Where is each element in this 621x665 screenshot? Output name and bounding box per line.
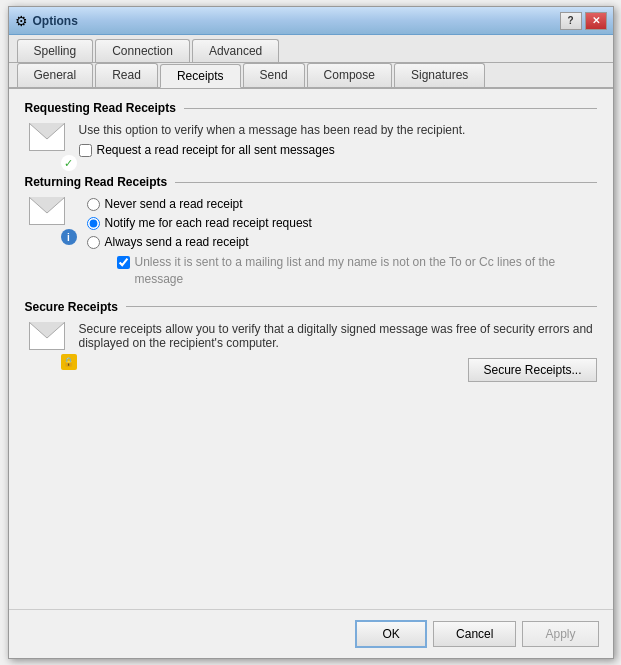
secure-body: 🔒 Secure receipts allow you to verify th…: [25, 322, 597, 382]
tab-send[interactable]: Send: [243, 63, 305, 87]
never-radio-row: Never send a read receipt: [87, 197, 597, 211]
footer: OK Cancel Apply: [9, 609, 613, 658]
notify-label: Notify me for each read receipt request: [105, 216, 312, 230]
secure-icon-container: 🔒: [29, 322, 69, 362]
tab-signatures[interactable]: Signatures: [394, 63, 485, 87]
never-radio[interactable]: [87, 198, 100, 211]
returning-header: Returning Read Receipts: [25, 175, 597, 189]
secure-btn-row: Secure Receipts...: [79, 358, 597, 382]
never-label: Never send a read receipt: [105, 197, 243, 211]
returning-section: Returning Read Receipts i Never send a r…: [25, 175, 597, 288]
read-receipt-checkbox-row: Request a read receipt for all sent mess…: [79, 143, 597, 157]
tab-spelling[interactable]: Spelling: [17, 39, 94, 62]
tab-advanced[interactable]: Advanced: [192, 39, 279, 62]
title-bar-left: ⚙ Options: [15, 13, 78, 29]
close-button[interactable]: ✕: [585, 12, 607, 30]
requesting-icon-container: ✓: [29, 123, 69, 163]
radio-group: Never send a read receipt Notify me for …: [79, 197, 597, 288]
tab-compose[interactable]: Compose: [307, 63, 392, 87]
cancel-button[interactable]: Cancel: [433, 621, 516, 647]
tab-row-bottom: General Read Receipts Send Compose Signa…: [9, 63, 613, 89]
returning-envelope-icon: [29, 197, 65, 225]
requesting-body: ✓ Use this option to verify when a messa…: [25, 123, 597, 163]
always-radio-row: Always send a read receipt: [87, 235, 597, 249]
secure-envelope-icon: [29, 322, 65, 350]
secure-receipts-button[interactable]: Secure Receipts...: [468, 358, 596, 382]
requesting-header: Requesting Read Receipts: [25, 101, 597, 115]
secure-header: Secure Receipts: [25, 300, 597, 314]
secure-section: Secure Receipts 🔒 Secure receipts allow …: [25, 300, 597, 382]
always-radio[interactable]: [87, 236, 100, 249]
returning-text: Never send a read receipt Notify me for …: [79, 197, 597, 288]
tab-connection[interactable]: Connection: [95, 39, 190, 62]
notify-radio-row: Notify me for each read receipt request: [87, 216, 597, 230]
options-dialog: ⚙ Options ? ✕ Spelling Connection Advanc…: [8, 6, 614, 659]
tab-general[interactable]: General: [17, 63, 94, 87]
requesting-text: Use this option to verify when a message…: [79, 123, 597, 157]
secure-description: Secure receipts allow you to verify that…: [79, 322, 597, 350]
requesting-description: Use this option to verify when a message…: [79, 123, 597, 137]
always-label: Always send a read receipt: [105, 235, 249, 249]
mailing-list-label: Unless it is sent to a mailing list and …: [135, 254, 597, 288]
requesting-envelope-icon: [29, 123, 65, 151]
ok-button[interactable]: OK: [355, 620, 427, 648]
help-button[interactable]: ?: [560, 12, 582, 30]
tab-read[interactable]: Read: [95, 63, 158, 87]
lock-icon: 🔒: [61, 354, 77, 370]
read-receipt-checkbox[interactable]: [79, 144, 92, 157]
sub-checkbox-row: Unless it is sent to a mailing list and …: [87, 254, 597, 288]
info-icon: i: [61, 229, 77, 245]
tab-receipts[interactable]: Receipts: [160, 64, 241, 88]
apply-button[interactable]: Apply: [522, 621, 598, 647]
tab-row-top: Spelling Connection Advanced: [9, 35, 613, 63]
checkmark-icon: ✓: [61, 155, 77, 171]
notify-radio[interactable]: [87, 217, 100, 230]
read-receipt-label: Request a read receipt for all sent mess…: [97, 143, 335, 157]
content-area: Requesting Read Receipts ✓ Use this opti…: [9, 89, 613, 609]
returning-icon-container: i: [29, 197, 69, 237]
secure-text: Secure receipts allow you to verify that…: [79, 322, 597, 382]
mailing-list-checkbox[interactable]: [117, 256, 130, 269]
title-bar: ⚙ Options ? ✕: [9, 7, 613, 35]
window-title: Options: [33, 14, 78, 28]
title-buttons: ? ✕: [560, 12, 607, 30]
window-icon: ⚙: [15, 13, 28, 29]
returning-body: i Never send a read receipt Notify me fo…: [25, 197, 597, 288]
requesting-section: Requesting Read Receipts ✓ Use this opti…: [25, 101, 597, 163]
